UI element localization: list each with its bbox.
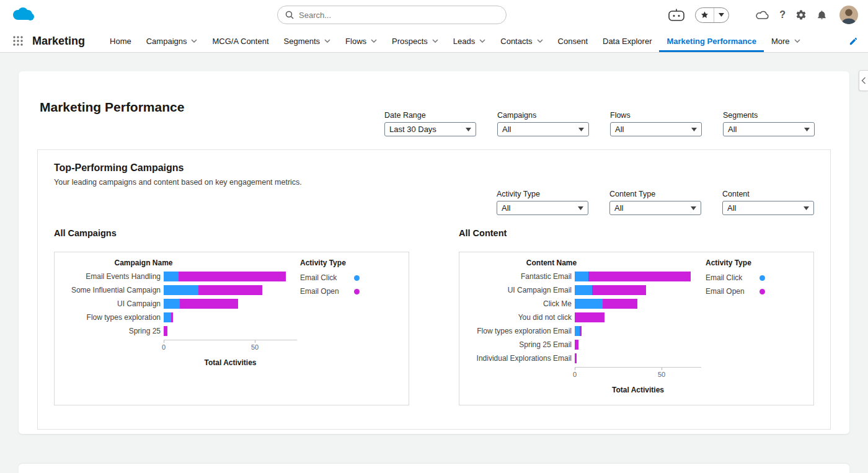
chart-row: Individual Explorations Email: [469, 351, 702, 365]
filter-activity-type: Activity TypeAll: [497, 190, 588, 215]
filter-flows: FlowsAll: [610, 111, 702, 136]
nav-item-flows[interactable]: Flows: [338, 30, 384, 52]
category-label: Email Events Handling: [64, 272, 164, 281]
bar-track: [575, 326, 582, 336]
chart-legend: Activity Type Email ClickEmail Open: [296, 259, 409, 405]
nav-item-label: Contacts: [500, 37, 532, 46]
nav-item-consent[interactable]: Consent: [551, 30, 595, 52]
chart-row: UI Campaign: [64, 297, 296, 311]
chevron-down-icon: [191, 39, 197, 43]
bar-track: [575, 299, 637, 309]
chart-x-axis-label: Total Activities: [575, 386, 701, 394]
content-type-select[interactable]: All: [609, 201, 701, 215]
notifications-bell-icon[interactable]: [817, 9, 827, 20]
legend-item-email-open: Email Open: [300, 285, 360, 298]
legend-label: Email Click: [300, 273, 337, 282]
collapse-panel-toggle[interactable]: [859, 70, 868, 91]
bar-segment-email-click: [164, 272, 179, 281]
nav-item-data-explorer[interactable]: Data Explorer: [595, 30, 659, 52]
nav-item-segments[interactable]: Segments: [277, 30, 339, 52]
nav-item-prospects[interactable]: Prospects: [384, 30, 446, 52]
section-title-block: Top-Performing Campaigns Your leading ca…: [54, 162, 302, 215]
legend-dot: [354, 275, 360, 281]
all-content-chart: Content Name Fantastic EmailUI Campaign …: [459, 252, 814, 405]
nav-item-label: Home: [110, 37, 131, 46]
content-select[interactable]: All: [722, 201, 814, 215]
chart-plot-area: Content Name Fantastic EmailUI Campaign …: [469, 259, 702, 405]
global-search: [277, 6, 507, 24]
cloud-icon[interactable]: [755, 10, 769, 20]
nav-item-campaigns[interactable]: Campaigns: [139, 30, 205, 52]
favorites-control: [695, 7, 729, 23]
search-input[interactable]: [277, 6, 507, 24]
favorites-dropdown-icon[interactable]: [714, 8, 728, 22]
legend-item-email-click: Email Click: [706, 271, 765, 285]
help-icon[interactable]: ?: [779, 9, 786, 20]
activity-type-select[interactable]: All: [497, 201, 588, 215]
segments-select[interactable]: All: [723, 122, 815, 136]
chevron-down-icon: [804, 128, 810, 131]
chevron-down-icon: [324, 39, 330, 43]
category-label: Click Me: [469, 299, 575, 308]
axis-tick-label: 0: [162, 343, 166, 351]
chevron-down-icon: [537, 39, 543, 43]
legend-dot: [760, 289, 765, 294]
nav-item-label: Leads: [453, 37, 475, 46]
setup-gear-icon[interactable]: [795, 9, 807, 20]
category-label: Fantastic Email: [469, 272, 575, 281]
select-value: All: [502, 125, 511, 134]
filter-label: Flows: [610, 111, 702, 120]
charts-row: Campaign Name Email Events HandlingSome …: [54, 252, 814, 405]
favorites-star-icon[interactable]: [696, 8, 714, 22]
bar-segment-email-click: [164, 312, 171, 322]
date-range-select[interactable]: Last 30 Days: [384, 122, 476, 136]
nav-item-more[interactable]: More: [764, 30, 808, 52]
chevron-down-icon: [691, 206, 696, 210]
chevron-down-icon: [479, 39, 485, 43]
chart-row: Spring 25 Email: [469, 338, 702, 351]
campaigns-select[interactable]: All: [497, 122, 589, 136]
nav-item-marketing-performance[interactable]: Marketing Performance: [659, 30, 764, 52]
nav-item-leads[interactable]: Leads: [446, 30, 493, 52]
nav-item-label: Consent: [558, 37, 588, 46]
nav-item-label: Segments: [284, 37, 321, 46]
category-label: UI Campaign: [64, 299, 164, 308]
legend-dot: [760, 275, 765, 281]
axis-tick-mark: [255, 340, 255, 343]
nav-item-label: Marketing Performance: [666, 37, 756, 46]
nav-item-home[interactable]: Home: [102, 30, 139, 52]
bar-segment-email-open: [575, 353, 577, 363]
salesforce-logo-icon: [11, 6, 35, 25]
chart-headings: All Campaigns All Content: [54, 228, 814, 238]
nav-item-contacts[interactable]: Contacts: [493, 30, 550, 52]
bar-segment-email-open: [575, 312, 604, 322]
chart-row: Fantastic Email: [469, 270, 702, 283]
edit-nav-pencil-icon[interactable]: [849, 30, 858, 53]
axis-tick-mark: [575, 368, 575, 370]
user-avatar[interactable]: [839, 6, 858, 24]
category-label: Some Influential Campaign: [64, 286, 164, 294]
content-chart-title: All Content: [459, 228, 814, 238]
category-label: Spring 25 Email: [469, 340, 575, 349]
einstein-assistant-icon[interactable]: [668, 7, 685, 22]
flows-select[interactable]: All: [610, 122, 702, 136]
chart-legend: Activity Type Email ClickEmail Open: [702, 259, 813, 405]
filter-label: Content: [722, 190, 814, 198]
chevron-down-icon: [466, 128, 471, 131]
category-label: Flow types exploration: [64, 313, 164, 322]
axis-tick-label: 50: [251, 343, 259, 351]
select-value: All: [614, 203, 623, 213]
nav-item-mcg-a-content[interactable]: MCG/A Content: [205, 30, 276, 52]
legend-title: Activity Type: [300, 259, 409, 268]
next-card-preview: [19, 464, 849, 473]
chevron-down-icon: [371, 39, 377, 43]
category-label: You did not click: [469, 313, 575, 322]
bar-track: [575, 272, 691, 281]
legend-item-email-open: Email Open: [706, 285, 765, 298]
axis-tick-label: 0: [573, 371, 577, 378]
app-launcher-icon[interactable]: [12, 30, 24, 52]
section-header: Top-Performing Campaigns Your leading ca…: [54, 150, 814, 215]
chevron-down-icon: [691, 128, 697, 131]
filter-content-type: Content TypeAll: [609, 190, 701, 215]
legend-label: Email Open: [706, 287, 745, 296]
